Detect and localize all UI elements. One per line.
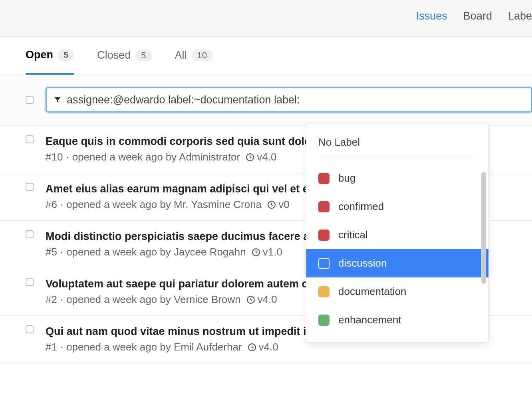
issue-meta: #2· opened a week ago by Vernice Brown v… [46,293,308,306]
clock-icon [246,295,255,304]
tab-closed-count: 5 [135,50,151,61]
top-header: Issues Board Labe [0,0,532,37]
top-nav: Issues Board Labe [416,10,532,36]
issue-meta: #6· opened a week ago by Mr. Yasmine Cro… [46,198,309,211]
issue-opened: opened a week ago by Vernice Brown [66,293,241,306]
clock-icon [267,200,276,209]
clock-icon [246,153,254,162]
issue-meta: #10· opened a week ago by Administrator … [46,151,311,163]
issue-title[interactable]: Eaque quis in commodi corporis sed quia … [46,135,311,148]
label-option-critical[interactable]: critical [306,221,488,249]
tab-all[interactable]: All 10 [175,49,213,74]
label-option-discussion[interactable]: discussion [306,249,488,277]
clock-icon [248,343,256,352]
tab-all-count: 10 [192,50,212,61]
issue-checkbox[interactable] [26,325,34,333]
issue-title[interactable]: Amet eius alias earum magnam adipisci qu… [46,183,309,195]
issue-milestone[interactable]: v0 [278,198,289,211]
label-option-enhancement[interactable]: enhancement [306,306,488,334]
issue-opened: opened a week ago by Mr. Yasmine Crona [66,198,262,211]
filter-input[interactable]: assignee:@edwardo label:~documentation l… [46,87,532,113]
label-option-text: enhancement [338,314,401,326]
issue-checkbox[interactable] [26,230,34,238]
filter-query-text: assignee:@edwardo label:~documentation l… [67,94,300,106]
clock-icon [252,248,260,257]
tab-closed-label: Closed [97,49,131,61]
label-swatch [318,230,330,241]
label-option-text: discussion [338,257,387,269]
label-option-text: bug [338,172,355,184]
dropdown-scrollbar[interactable] [481,172,486,284]
issue-opened: opened a week ago by Emil Aufderhar [66,341,242,353]
tab-open[interactable]: Open 5 [26,49,74,75]
label-option-bug[interactable]: bug [306,164,488,192]
issue-milestone[interactable]: v4.0 [257,151,276,163]
label-option-text: documentation [338,285,407,298]
issue-milestone[interactable]: v4.0 [259,341,278,353]
label-option-confirmed[interactable]: confirmed [306,192,488,221]
funnel-icon [54,94,61,106]
issue-title[interactable]: Voluptatem aut saepe qui pariatur dolore… [46,278,308,290]
tab-all-label: All [175,49,187,61]
label-swatch [318,201,330,212]
label-option-text: critical [338,229,368,241]
select-all-checkbox[interactable] [26,96,34,104]
dropdown-no-label[interactable]: No Label [306,132,488,156]
label-option-text: confirmed [338,200,384,213]
issue-milestone[interactable]: v1.0 [263,246,282,258]
issue-ref: #1 [46,341,57,353]
issue-opened: opened a week ago by Administrator [72,151,240,163]
label-swatch [318,286,330,297]
issue-ref: #6 [46,198,57,211]
issue-meta: #1· opened a week ago by Emil Aufderhar … [46,341,316,353]
issue-ref: #5 [46,246,57,258]
nav-board[interactable]: Board [463,10,492,22]
tab-open-label: Open [26,49,53,61]
label-swatch [318,258,330,269]
issue-ref: #2 [46,293,57,306]
issue-checkbox[interactable] [26,278,34,286]
label-dropdown: No Label bugconfirmedcriticaldiscussiond… [306,124,489,343]
nav-issues[interactable]: Issues [416,10,447,22]
tab-closed[interactable]: Closed 5 [97,49,151,74]
label-swatch [318,173,330,184]
dropdown-divider [318,156,476,157]
issue-checkbox[interactable] [26,183,34,191]
tab-open-count: 5 [58,49,74,61]
issue-milestone[interactable]: v4.0 [258,293,277,306]
issue-checkbox[interactable] [26,135,34,143]
label-option-documentation[interactable]: documentation [306,277,488,306]
nav-labels[interactable]: Labe [508,10,532,22]
label-swatch [318,315,330,326]
issue-opened: opened a week ago by Jaycee Rogahn [66,246,246,258]
issue-title[interactable]: Modi distinctio perspiciatis saepe ducim… [46,230,309,243]
filter-tabs: Open 5 Closed 5 All 10 [0,37,532,74]
issue-meta: #5· opened a week ago by Jaycee Rogahn v… [46,246,309,258]
filter-bar: assignee:@edwardo label:~documentation l… [0,74,532,126]
issue-ref: #10 [46,151,63,163]
issue-title[interactable]: Qui aut nam quod vitae minus nostrum ut … [46,325,316,338]
